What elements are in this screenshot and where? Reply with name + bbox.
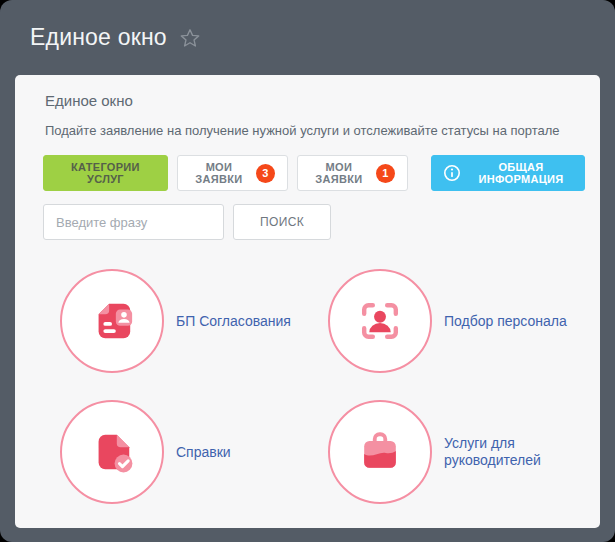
services-card: Единое окно Подайте заявление на получен… — [15, 75, 600, 528]
document-person-icon — [89, 298, 135, 344]
search-input[interactable] — [43, 204, 224, 240]
document-check-icon — [89, 429, 135, 475]
service-item-manager-services[interactable]: Услуги для руководителей — [313, 400, 585, 504]
info-icon — [443, 164, 461, 182]
search-button[interactable]: ПОИСК — [233, 204, 331, 240]
service-label: БП Согласования — [176, 313, 291, 330]
service-item-certificates[interactable]: Справки — [45, 400, 313, 504]
page-header: Единое окно — [0, 0, 615, 75]
person-scan-icon — [357, 298, 403, 344]
card-subtitle: Подайте заявление на получение нужной ус… — [45, 123, 585, 138]
tab-general-info[interactable]: ОБЩАЯ ИНФОРМАЦИЯ — [431, 155, 585, 191]
service-label: Услуги для руководителей — [444, 435, 585, 469]
card-title: Единое окно — [45, 92, 585, 109]
page-title: Единое окно — [30, 24, 167, 51]
search-bar: ПОИСК — [43, 204, 585, 240]
service-item-bp-approvals[interactable]: БП Согласования — [45, 269, 313, 373]
tab-my-requests-2[interactable]: МОИ ЗАЯВКИ 1 — [297, 155, 408, 191]
service-circle — [328, 269, 432, 373]
services-grid: БП Согласования — [45, 269, 585, 504]
service-circle — [60, 400, 164, 504]
service-label: Подбор персонала — [444, 313, 567, 330]
tab-bar: КАТЕГОРИИ УСЛУГ МОИ ЗАЯВКИ 3 МОИ ЗАЯВКИ … — [43, 155, 585, 191]
tab-label: ОБЩАЯ ИНФОРМАЦИЯ — [469, 161, 573, 185]
count-badge: 3 — [256, 164, 275, 183]
tab-service-categories[interactable]: КАТЕГОРИИ УСЛУГ — [43, 155, 168, 191]
service-circle — [328, 400, 432, 504]
service-item-recruitment[interactable]: Подбор персонала — [313, 269, 585, 373]
service-circle — [60, 269, 164, 373]
briefcase-icon — [357, 429, 403, 475]
tab-label: МОИ ЗАЯВКИ — [310, 161, 368, 185]
tab-label: МОИ ЗАЯВКИ — [190, 161, 248, 185]
favorite-star-icon[interactable] — [179, 27, 201, 49]
tab-my-requests-1[interactable]: МОИ ЗАЯВКИ 3 — [177, 155, 288, 191]
count-badge: 1 — [376, 164, 395, 183]
service-label: Справки — [176, 444, 231, 461]
single-window-app: Единое окно Единое окно Подайте заявлени… — [0, 0, 615, 542]
tab-label: КАТЕГОРИИ УСЛУГ — [61, 161, 150, 185]
